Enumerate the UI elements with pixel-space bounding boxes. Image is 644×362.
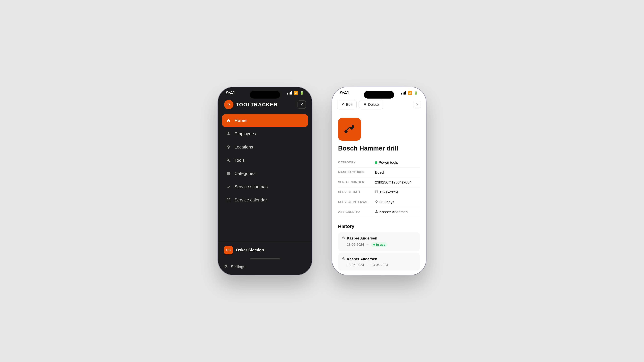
nav-item-categories[interactable]: Categories [222,167,308,180]
delete-icon [364,103,366,107]
header-close-icon: ✕ [300,102,303,107]
manufacturer-label: MANUFACTURER [338,170,372,174]
tools-icon [226,158,231,162]
manufacturer-value: Bosch [375,170,420,175]
logo-circle: ⚙ [224,100,234,109]
detail-table: CATEGORY Power tools MANUFACTURER Bosch … [338,158,420,217]
time-right: 9:41 [340,90,349,95]
category-label: CATEGORY [338,160,372,164]
tool-image [338,118,361,141]
nav-label-locations: Locations [234,144,253,150]
user-info: OS Oskar Siemion [224,246,306,254]
history-dates-1: 13-06-2024 → In use [342,242,416,247]
locations-icon [226,145,231,149]
nav-label-service-calendar: Service calendar [234,197,267,203]
signal-bar-r-4 [405,91,406,94]
logo-area: ⚙ TOOLTRACKER [224,100,278,109]
categories-icon [226,172,231,176]
history-arrow-2: → [366,263,369,267]
logo-svg: ⚙ [226,102,232,107]
signal-bar-4 [291,91,292,94]
status-dot [373,244,375,246]
nav-item-locations[interactable]: Locations [222,141,308,153]
divider [250,258,280,259]
history-item-1: Kasper Andersen 13-06-2024 → In use [338,232,420,251]
nav-item-tools[interactable]: Tools [222,154,308,167]
left-phone: 9:41 📶 🔋 [218,87,312,275]
header-close-button[interactable]: ✕ [298,100,306,109]
history-person-2: Kasper Andersen [342,257,416,261]
history-section: History Kasper Andersen 13-06-2024 → [338,224,420,271]
service-interval-text: 365 days [379,200,394,204]
wrench-svg [344,123,355,135]
battery-icon: 🔋 [300,91,304,95]
signal-bar-1 [287,93,288,94]
history-dates-2: 13-06-2024 → 13-06-2024 [342,263,416,267]
service-date-label: SERVICE DATE [338,190,372,194]
dynamic-island-right [364,91,394,98]
tool-title: Bosch Hammer drill [338,145,420,152]
svg-rect-2 [344,130,348,133]
service-date-row: SERVICE DATE 13-06-2024 [338,187,420,197]
serial-label: SERIAL NUMBER [338,180,372,184]
nav-item-home[interactable]: Home [222,114,308,127]
left-phone-screen: 9:41 📶 🔋 [218,87,312,275]
assigned-to-value: Kasper Andersen [375,210,420,214]
employees-icon [226,132,231,136]
history-arrow-1: → [366,243,369,246]
history-name-2: Kasper Andersen [347,257,377,261]
category-color-dot [375,161,377,164]
service-date-text: 13-06-2024 [379,190,398,194]
history-date-to-2: 13-06-2024 [371,263,388,267]
history-clock-icon-2 [342,257,345,261]
history-date-from-2: 13-06-2024 [347,263,364,267]
serial-row: SERIAL NUMBER 23hf230m12084sx084 [338,177,420,187]
category-row: CATEGORY Power tools [338,158,420,168]
svg-text:⚙: ⚙ [228,103,230,106]
logo-text: TOOLTRACKER [236,102,278,107]
signal-bar-r-1 [401,93,402,94]
signal-bar-2 [289,92,290,94]
service-calendar-icon [226,198,231,202]
signal-icon [287,91,292,94]
nav-item-service-schemas[interactable]: Service schemas [222,180,308,193]
signal-bar-r-3 [404,92,405,94]
scene: 9:41 📶 🔋 [0,0,644,362]
category-text: Power tools [379,160,398,165]
service-interval-value: 365 days [375,200,420,204]
home-icon [226,119,231,123]
edit-button[interactable]: Edit [337,100,356,109]
history-date-from-1: 13-06-2024 [347,243,364,247]
assigned-to-label: ASSIGNED TO [338,210,372,214]
app-header: ⚙ TOOLTRACKER ✕ [218,97,312,113]
interval-icon [375,200,378,204]
nav-label-home: Home [234,118,246,123]
nav-item-employees[interactable]: Employees [222,128,308,140]
detail-content: Bosch Hammer drill CATEGORY Power tools … [332,113,426,275]
serial-value: 23hf230m12084sx084 [375,180,420,185]
nav-label-categories: Categories [234,171,256,176]
assigned-to-text: Kasper Andersen [379,210,408,214]
history-clock-icon-1 [342,236,345,240]
service-schemas-icon [226,185,231,189]
status-icons-left: 📶 🔋 [287,91,304,95]
nav-item-service-calendar[interactable]: Service calendar [222,194,308,206]
assigned-to-row: ASSIGNED TO Kasper Andersen [338,207,420,217]
settings-icon [224,265,228,269]
wifi-icon: 📶 [294,91,298,95]
edit-label: Edit [346,102,352,107]
delete-button[interactable]: Delete [359,100,383,109]
time-left: 9:41 [226,90,235,95]
history-item-2: Kasper Andersen 13-06-2024 → 13-06-2024 [338,253,420,271]
user-name: Oskar Siemion [236,248,264,252]
history-person-1: Kasper Andersen [342,236,416,241]
detail-toolbar: Edit Delete ✕ [332,97,426,113]
right-phone-screen: 9:41 📶 🔋 E [332,87,426,275]
close-button[interactable]: ✕ [413,101,421,108]
right-phone: 9:41 📶 🔋 E [332,87,426,275]
settings-item[interactable]: Settings [224,263,306,271]
delete-label: Delete [368,102,379,107]
nav-label-employees: Employees [234,131,256,136]
close-icon: ✕ [416,102,418,107]
settings-label: Settings [231,265,245,269]
